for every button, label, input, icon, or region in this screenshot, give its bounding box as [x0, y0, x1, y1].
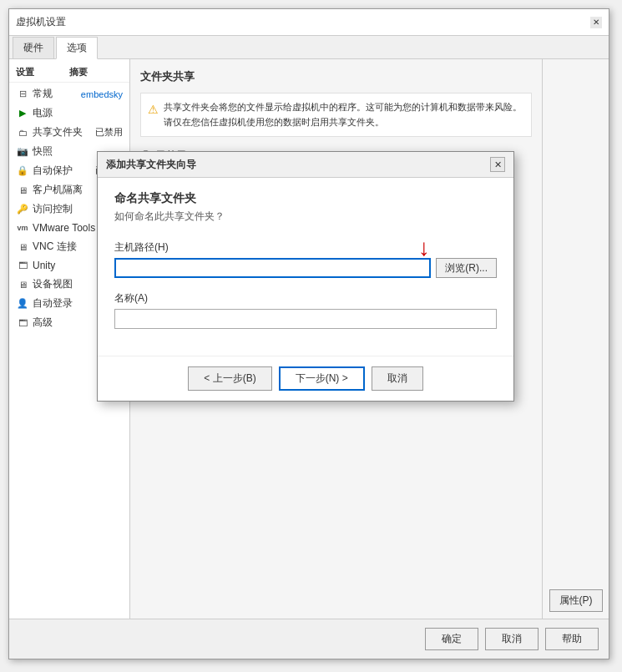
dialog-subheading: 如何命名此共享文件夹？	[114, 210, 497, 224]
browse-button[interactable]: 浏览(R)...	[436, 258, 497, 278]
cancel-button[interactable]: 取消	[485, 628, 539, 650]
dialog-title: 添加共享文件夹向导	[106, 158, 196, 172]
isolation-icon: 🖥	[16, 184, 29, 197]
back-button[interactable]: < 上一步(B)	[188, 366, 271, 391]
warning-box: ⚠ 共享文件夹会将您的文件显示给虚拟机中的程序。这可能为您的计算机和数据带来风险…	[140, 93, 532, 137]
sidebar-item-shared-folders[interactable]: 🗀 共享文件夹 已禁用	[9, 123, 129, 142]
title-bar: 虚拟机设置 ✕	[9, 9, 609, 36]
name-label: 名称(A)	[114, 291, 497, 306]
sidebar-item-general[interactable]: ⊟ 常规 embedsky	[9, 84, 129, 104]
host-path-input[interactable]	[114, 258, 431, 278]
properties-button[interactable]: 属性(P)	[549, 589, 603, 612]
name-input[interactable]	[114, 309, 497, 329]
unity-icon: 🗔	[16, 259, 29, 272]
general-icon: ⊟	[16, 88, 29, 101]
next-button[interactable]: 下一步(N) >	[279, 366, 365, 391]
dialog-footer: < 上一步(B) 下一步(N) > 取消	[98, 356, 513, 401]
panel-title: 文件夹共享	[140, 69, 532, 84]
title-bar-controls: ✕	[590, 17, 602, 28]
host-path-group: 主机路径(H) 浏览(R)...	[114, 240, 497, 278]
name-group: 名称(A)	[114, 291, 497, 329]
add-shared-folder-dialog: 添加共享文件夹向导 ✕ 命名共享文件夹 如何命名此共享文件夹？ 主机路径(H) …	[97, 151, 514, 402]
advanced-icon: 🗔	[16, 316, 29, 330]
close-button[interactable]: ✕	[590, 17, 602, 28]
device-icon: 🖥	[16, 278, 29, 291]
host-path-input-row: 浏览(R)...	[114, 258, 497, 278]
host-path-label: 主机路径(H)	[114, 240, 497, 255]
dialog-close-button[interactable]: ✕	[490, 157, 505, 172]
snapshot-icon: 📷	[16, 145, 29, 159]
window-title: 虚拟机设置	[16, 15, 66, 29]
sidebar-header: 设置 摘要	[9, 63, 129, 83]
tab-hardware[interactable]: 硬件	[13, 37, 54, 58]
help-button[interactable]: 帮助	[545, 628, 599, 650]
tab-bar: 硬件 选项	[9, 36, 609, 59]
autosave-icon: 🔒	[16, 164, 29, 178]
warning-icon: ⚠	[148, 100, 159, 129]
dialog-cancel-button[interactable]: 取消	[372, 366, 423, 391]
access-icon: 🔑	[16, 203, 29, 216]
vmtools-icon: vm	[16, 221, 29, 235]
tab-options[interactable]: 选项	[56, 37, 98, 59]
ok-button[interactable]: 确定	[425, 628, 478, 650]
right-action-area: 属性(P)	[542, 59, 609, 619]
dialog-heading: 命名共享文件夹	[114, 191, 497, 206]
dialog-title-bar: 添加共享文件夹向导 ✕	[98, 152, 513, 178]
red-arrow: ↓	[418, 235, 430, 261]
warning-text: 共享文件夹会将您的文件显示给虚拟机中的程序。这可能为您的计算机和数据带来风险。请…	[164, 100, 524, 129]
vnc-icon: 🖥	[16, 240, 29, 254]
main-window: 虚拟机设置 ✕ 硬件 选项 设置 摘要 ⊟ 常规 embedsky ▶	[8, 8, 609, 659]
autologin-icon: 👤	[16, 297, 29, 311]
bottom-bar: 确定 取消 帮助	[9, 619, 609, 659]
folder-icon: 🗀	[16, 126, 29, 139]
dialog-body: 命名共享文件夹 如何命名此共享文件夹？ 主机路径(H) 浏览(R)... 名称(…	[98, 178, 513, 356]
sidebar-item-power[interactable]: ▶ 电源	[9, 104, 129, 123]
power-icon: ▶	[16, 107, 29, 120]
